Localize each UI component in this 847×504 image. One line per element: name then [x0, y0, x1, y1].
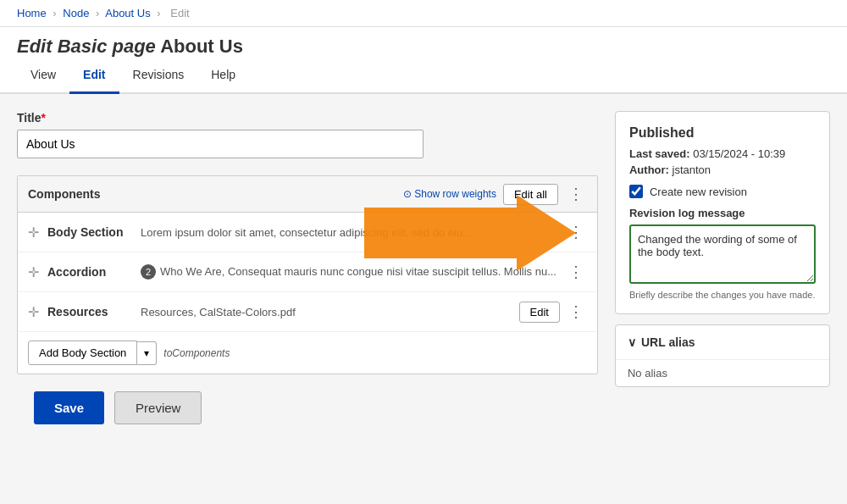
- published-status: Published: [629, 125, 816, 141]
- url-alias-section: ∨ URL alias No alias: [615, 324, 830, 387]
- save-area: Save Preview: [17, 374, 598, 441]
- create-revision-checkbox[interactable]: [629, 185, 643, 198]
- components-more-icon[interactable]: ⋮: [565, 183, 587, 205]
- table-row: ✛ Accordion 2Who We Are, Consequat mauri…: [18, 252, 597, 292]
- main-panel: Title* Components ⊙ Show row weights Edi…: [17, 111, 598, 441]
- components-label: Components: [28, 187, 101, 201]
- components-section: Components ⊙ Show row weights Edit all ⋮…: [17, 175, 598, 374]
- add-to-components-label: toComponents: [163, 347, 230, 359]
- tabs-bar: View Edit Revisions Help: [0, 58, 847, 94]
- accordion-more-icon[interactable]: ⋮: [565, 261, 587, 283]
- table-row: ✛ Resources Resources, CalState-Colors.p…: [18, 292, 597, 332]
- show-row-weights-link[interactable]: ⊙ Show row weights: [403, 188, 496, 200]
- component-actions-resources: Edit ⋮: [519, 301, 587, 323]
- resources-more-icon[interactable]: ⋮: [565, 301, 587, 323]
- tab-revisions[interactable]: Revisions: [119, 58, 198, 94]
- revision-log-label: Revision log message: [629, 207, 816, 219]
- breadcrumb: Home › Node › About Us › Edit: [0, 0, 847, 27]
- component-actions-accordion: ⋮: [565, 261, 587, 283]
- tab-edit[interactable]: Edit: [69, 58, 119, 94]
- component-content-resources: Resources, CalState-Colors.pdf: [141, 306, 511, 318]
- edit-all-button[interactable]: Edit all: [503, 184, 558, 205]
- tab-view[interactable]: View: [17, 58, 69, 94]
- create-revision-row: Create new revision: [629, 185, 816, 198]
- breadcrumb-home[interactable]: Home: [17, 7, 47, 19]
- url-alias-title: URL alias: [641, 335, 695, 349]
- accordion-badge: 2: [141, 264, 156, 280]
- component-actions-body: ⋮: [565, 221, 587, 243]
- last-saved-row: Last saved: 03/15/2024 - 10:39: [629, 147, 816, 160]
- tab-help[interactable]: Help: [197, 58, 249, 94]
- drag-handle-icon[interactable]: ✛: [28, 304, 39, 320]
- component-content-body: Lorem ipsum dolor sit amet, consectetur …: [141, 226, 556, 239]
- components-header-right: ⊙ Show row weights Edit all ⋮: [403, 183, 587, 205]
- breadcrumb-about-us[interactable]: About Us: [105, 7, 150, 19]
- url-alias-header[interactable]: ∨ URL alias: [616, 325, 829, 360]
- add-body-section-button[interactable]: Add Body Section: [28, 341, 137, 365]
- table-row: ✛ Body Section Lorem ipsum dolor sit ame…: [18, 213, 597, 252]
- drag-handle-icon[interactable]: ✛: [28, 224, 39, 241]
- body-more-icon[interactable]: ⋮: [565, 221, 587, 243]
- component-content-accordion: 2Who We Are, Consequat mauris nunc congu…: [141, 264, 556, 280]
- preview-button[interactable]: Preview: [114, 391, 202, 424]
- url-alias-content: No alias: [616, 360, 829, 386]
- title-field-group: Title*: [17, 111, 598, 158]
- side-panel: Published Last saved: 03/15/2024 - 10:39…: [615, 111, 830, 441]
- title-label: Title*: [17, 111, 598, 125]
- resources-edit-button[interactable]: Edit: [519, 302, 560, 323]
- drag-handle-icon[interactable]: ✛: [28, 264, 39, 280]
- add-body-dropdown-button[interactable]: ▾: [137, 341, 157, 365]
- revision-log-textarea[interactable]: Changed the wording of some of the body …: [629, 224, 816, 284]
- component-name-resources: Resources: [47, 305, 132, 318]
- add-body-button-group: Add Body Section ▾: [28, 341, 157, 365]
- title-input[interactable]: [17, 130, 424, 158]
- component-name-accordion: Accordion: [47, 265, 132, 279]
- create-revision-label: Create new revision: [650, 186, 747, 198]
- revision-hint: Briefly describe the changes you have ma…: [629, 290, 816, 300]
- add-section-area: Add Body Section ▾ toComponents: [18, 332, 597, 374]
- content-area: Title* Components ⊙ Show row weights Edi…: [0, 94, 847, 458]
- breadcrumb-node[interactable]: Node: [63, 7, 89, 19]
- author-row: Author: jstanton: [629, 163, 816, 176]
- component-name-body: Body Section: [47, 225, 132, 239]
- published-card: Published Last saved: 03/15/2024 - 10:39…: [615, 111, 830, 314]
- components-header: Components ⊙ Show row weights Edit all ⋮: [18, 176, 597, 213]
- breadcrumb-current: Edit: [170, 7, 189, 19]
- url-alias-chevron-icon: ∨: [628, 335, 636, 349]
- save-button[interactable]: Save: [34, 391, 104, 424]
- page-title-area: Edit Basic page About Us: [0, 27, 847, 58]
